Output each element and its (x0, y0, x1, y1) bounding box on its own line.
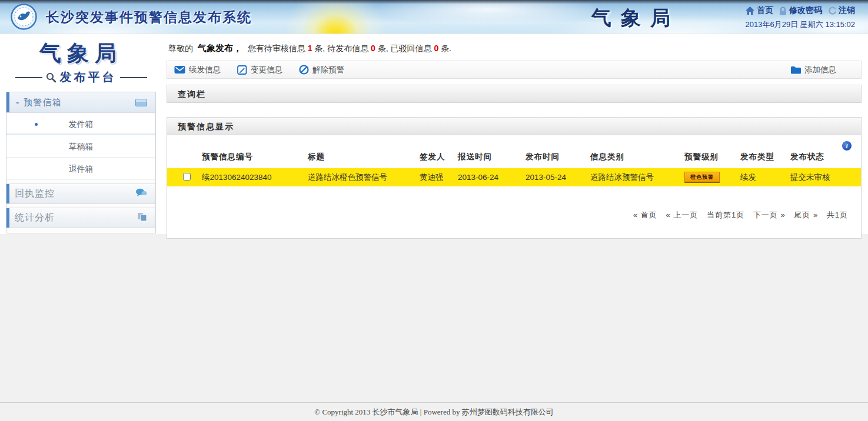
sidebar-menu: - 预警信箱 发件箱 草稿箱 退件箱 回执监控 (6, 92, 156, 233)
footer-divider (0, 402, 868, 403)
mailbox-panel-icon (135, 99, 147, 106)
envelope-icon (174, 65, 185, 74)
system-title: 长沙突发事件预警信息发布系统 (46, 8, 252, 26)
select-column-header (167, 145, 199, 168)
bureau-emblem-logo (11, 4, 37, 30)
pagination: « 首页 « 上一页 当前第1页 下一页 » 尾页 » 共1页 (627, 210, 848, 220)
greeting-line: 尊敬的 气象发布， 您有待审核信息 1 条, 待发布信息 0 条, 已驳回信息 … (167, 34, 862, 61)
copy-pages-icon (137, 212, 147, 224)
warning-table: 预警信息编号 标题 签发人 报送时间 发布时间 信息类别 预警级别 发布类型 发… (167, 145, 861, 186)
cell-submit-time: 2013-06-24 (455, 168, 523, 186)
greeting-text: 条. (441, 44, 451, 53)
pagination-last[interactable]: 尾页 » (794, 210, 818, 219)
sidebar-item-returned[interactable]: 退件箱 (6, 158, 155, 180)
sidebar-item-label: 退件箱 (69, 164, 94, 173)
sidebar-item-label: 回执监控 (15, 188, 55, 200)
home-link[interactable]: 首页 (746, 5, 773, 16)
button-label: 解除预警 (312, 65, 344, 75)
column-header: 标题 (305, 145, 417, 168)
button-label: 续发信息 (189, 65, 221, 75)
sidebar-item-outbox[interactable]: 发件箱 (6, 113, 155, 135)
org-name: 气象局 (591, 5, 680, 32)
logout-icon (828, 6, 836, 15)
pagination-next[interactable]: 下一页 » (753, 210, 786, 219)
current-user-name: 气象发布， (198, 43, 242, 53)
column-header: 签发人 (417, 145, 455, 168)
pagination-total: 共1页 (827, 210, 848, 219)
folder-icon (790, 66, 801, 74)
sidebar-item-statistics[interactable]: 统计分析 (6, 208, 155, 228)
resend-info-button[interactable]: 续发信息 (174, 65, 221, 75)
cell-issuer: 黄迪强 (417, 168, 455, 186)
greeting-text: 您有待审核信息 (248, 44, 305, 53)
cell-warning-id: 续20130624023840 (199, 168, 305, 186)
header-banner: 长沙突发事件预警信息发布系统 气象局 首页 修改密码 注销 2013年6月29日… (0, 0, 868, 34)
rejected-count: 0 (434, 44, 438, 53)
lift-warning-button[interactable]: 解除预警 (299, 65, 344, 75)
pagination-first[interactable]: « 首页 (633, 210, 657, 219)
info-icon[interactable] (842, 141, 852, 151)
cell-category: 道路结冰预警信号 (588, 168, 682, 186)
pagination-current: 当前第1页 (707, 210, 744, 219)
datetime-display: 2013年6月29日 星期六 13:15:02 (746, 19, 855, 30)
sidebar-item-label: 预警信箱 (24, 97, 61, 108)
top-nav: 首页 修改密码 注销 (746, 5, 855, 16)
divider (120, 77, 147, 78)
cell-publish-time: 2013-05-24 (523, 168, 588, 186)
lock-icon (779, 6, 787, 15)
change-password-link[interactable]: 修改密码 (779, 5, 822, 16)
orange-warning-badge[interactable]: 橙色预警 (684, 172, 720, 183)
logout-link[interactable]: 注销 (828, 5, 855, 16)
column-header: 发布时间 (523, 145, 588, 168)
modify-info-button[interactable]: 变更信息 (237, 65, 282, 75)
prohibit-icon (299, 65, 309, 75)
greeting-text: 条, 待发布信息 (314, 44, 368, 53)
sidebar-item-drafts[interactable]: 草稿箱 (6, 135, 155, 158)
warning-table-panel: 预警信息编号 标题 签发人 报送时间 发布时间 信息类别 预警级别 发布类型 发… (167, 135, 862, 239)
select-cell (167, 168, 199, 186)
home-icon (746, 6, 754, 15)
logout-label: 注销 (839, 5, 855, 16)
chat-bubbles-icon (135, 188, 147, 199)
section-title: 查询栏 (178, 89, 206, 99)
button-label: 变更信息 (251, 65, 282, 75)
accent-bar (6, 184, 9, 203)
home-label: 首页 (757, 5, 773, 16)
active-accent-bar (6, 92, 9, 112)
greeting-text: 条, 已驳回信息 (378, 44, 432, 53)
sidebar: 气象局 发布平台 - 预警信箱 发件箱 草稿箱 (6, 39, 156, 233)
main-content: 尊敬的 气象发布， 您有待审核信息 1 条, 待发布信息 0 条, 已驳回信息 … (167, 34, 862, 239)
greeting-prefix: 尊敬的 (168, 44, 193, 53)
add-info-button[interactable]: 添加信息 (790, 65, 836, 75)
section-title: 预警信息显示 (178, 122, 234, 131)
table-header-row: 预警信息编号 标题 签发人 报送时间 发布时间 信息类别 预警级别 发布类型 发… (167, 145, 861, 168)
column-header: 信息类别 (588, 145, 682, 168)
divider (15, 77, 42, 78)
column-header: 发布类型 (738, 145, 788, 168)
cell-status: 提交未审核 (788, 168, 861, 186)
column-header: 预警级别 (682, 145, 738, 168)
sidebar-item-label: 发件箱 (69, 119, 94, 129)
collapse-indicator: - (16, 97, 19, 108)
sidebar-item-label: 草稿箱 (69, 142, 94, 151)
magnifier-icon (46, 72, 56, 83)
edit-icon (237, 65, 247, 75)
pending-review-count: 1 (308, 44, 312, 53)
sidebar-item-receipt-monitor[interactable]: 回执监控 (6, 183, 155, 204)
content-area: 气象局 发布平台 - 预警信箱 发件箱 草稿箱 (0, 34, 868, 234)
row-select-checkbox[interactable] (183, 173, 191, 181)
sidebar-submenu: 发件箱 草稿箱 退件箱 (6, 113, 155, 180)
cell-title: 道路结冰橙色预警信号 (305, 168, 417, 186)
button-label: 添加信息 (804, 65, 836, 75)
cell-publish-type: 续发 (738, 168, 788, 186)
accent-bar (6, 208, 9, 228)
column-header: 报送时间 (455, 145, 523, 168)
query-bar-header[interactable]: 查询栏 (167, 85, 862, 103)
sidebar-logo-title: 气象局 (6, 39, 156, 68)
sidebar-item-warning-inbox[interactable]: - 预警信箱 (6, 92, 155, 113)
pagination-prev[interactable]: « 上一页 (666, 210, 699, 219)
footer-copyright: © Copyright 2013 长沙市气象局 | Powered by 苏州梦… (0, 407, 868, 417)
table-row[interactable]: 续20130624023840 道路结冰橙色预警信号 黄迪强 2013-06-2… (167, 168, 861, 186)
warning-display-header[interactable]: 预警信息显示 (167, 117, 862, 135)
change-password-label: 修改密码 (789, 5, 822, 16)
